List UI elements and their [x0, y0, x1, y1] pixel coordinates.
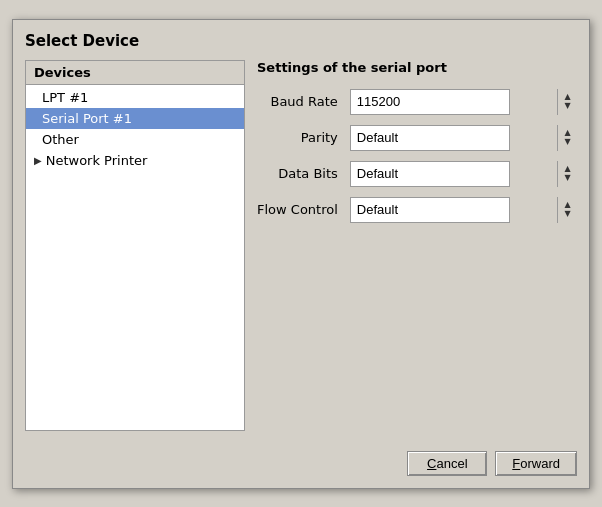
flow-control-label: Flow Control	[257, 202, 338, 217]
data-bits-select[interactable]: Default 5 6 7 8	[350, 161, 510, 187]
devices-list: LPT #1 Serial Port #1 Other ▶ Network Pr…	[26, 85, 244, 430]
parity-label: Parity	[257, 130, 338, 145]
parity-up-icon: ▲	[564, 129, 570, 137]
device-label-serial1: Serial Port #1	[42, 111, 132, 126]
baud-rate-select[interactable]: 115200 9600 19200 38400 57600	[350, 89, 510, 115]
data-bits-label: Data Bits	[257, 166, 338, 181]
parity-down-icon: ▼	[564, 138, 570, 146]
device-item-network[interactable]: ▶ Network Printer	[26, 150, 244, 171]
data-bits-arrows: ▲ ▼	[557, 161, 577, 187]
parity-arrows: ▲ ▼	[557, 125, 577, 151]
device-label-network: Network Printer	[46, 153, 148, 168]
data-bits-down-icon: ▼	[564, 174, 570, 182]
select-device-dialog: Select Device Devices LPT #1 Serial Port…	[12, 19, 590, 489]
device-label-lpt1: LPT #1	[42, 90, 88, 105]
expand-arrow-icon: ▶	[34, 155, 42, 166]
settings-panel: Settings of the serial port Baud Rate 11…	[257, 60, 577, 431]
flow-control-select-wrapper: Default None XON/XOFF RTS/CTS ▲ ▼	[350, 197, 577, 223]
flow-control-up-icon: ▲	[564, 201, 570, 209]
parity-select-wrapper: Default None Even Odd ▲ ▼	[350, 125, 577, 151]
baud-rate-label: Baud Rate	[257, 94, 338, 109]
forward-button[interactable]: Forward	[495, 451, 577, 476]
dialog-body: Devices LPT #1 Serial Port #1 Other ▶ Ne…	[25, 60, 577, 431]
settings-title: Settings of the serial port	[257, 60, 577, 75]
data-bits-up-icon: ▲	[564, 165, 570, 173]
flow-control-select[interactable]: Default None XON/XOFF RTS/CTS	[350, 197, 510, 223]
baud-rate-arrows: ▲ ▼	[557, 89, 577, 115]
devices-header: Devices	[26, 61, 244, 85]
parity-select[interactable]: Default None Even Odd	[350, 125, 510, 151]
dialog-footer: Cancel Forward	[25, 443, 577, 476]
baud-rate-up-icon: ▲	[564, 93, 570, 101]
device-label-other: Other	[42, 132, 79, 147]
flow-control-arrows: ▲ ▼	[557, 197, 577, 223]
cancel-button[interactable]: Cancel	[407, 451, 487, 476]
data-bits-select-wrapper: Default 5 6 7 8 ▲ ▼	[350, 161, 577, 187]
device-item-lpt1[interactable]: LPT #1	[26, 87, 244, 108]
devices-panel: Devices LPT #1 Serial Port #1 Other ▶ Ne…	[25, 60, 245, 431]
baud-rate-select-wrapper: 115200 9600 19200 38400 57600 ▲ ▼	[350, 89, 577, 115]
baud-rate-down-icon: ▼	[564, 102, 570, 110]
flow-control-down-icon: ▼	[564, 210, 570, 218]
device-item-serial1[interactable]: Serial Port #1	[26, 108, 244, 129]
settings-grid: Baud Rate 115200 9600 19200 38400 57600 …	[257, 89, 577, 223]
device-item-other[interactable]: Other	[26, 129, 244, 150]
dialog-title: Select Device	[25, 32, 577, 50]
